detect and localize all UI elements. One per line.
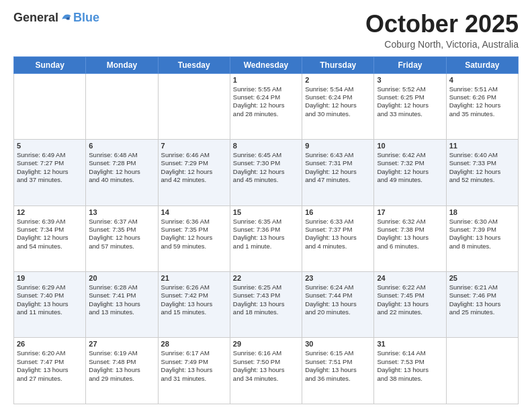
- table-row: 3Sunrise: 5:52 AMSunset: 6:25 PMDaylight…: [374, 73, 446, 139]
- day-info: Sunset: 7:33 PM: [449, 159, 515, 167]
- logo-general-text: General: [13, 11, 58, 25]
- day-info: Daylight: 13 hours: [233, 366, 299, 374]
- day-info: and 18 minutes.: [233, 308, 299, 316]
- day-number: 28: [161, 340, 227, 348]
- day-info: and 47 minutes.: [305, 176, 371, 184]
- day-info: Sunrise: 6:46 AM: [161, 151, 227, 159]
- table-row: 30Sunrise: 6:15 AMSunset: 7:51 PMDayligh…: [302, 338, 374, 404]
- day-info: and 11 minutes.: [17, 308, 83, 316]
- col-tuesday: Tuesday: [158, 56, 230, 73]
- location-subtitle: Coburg North, Victoria, Australia: [365, 39, 519, 50]
- table-row: 28Sunrise: 6:17 AMSunset: 7:49 PMDayligh…: [158, 338, 230, 404]
- day-info: Sunrise: 6:15 AM: [305, 349, 371, 357]
- table-row: 27Sunrise: 6:19 AMSunset: 7:48 PMDayligh…: [86, 338, 158, 404]
- day-info: Sunset: 7:35 PM: [161, 226, 227, 234]
- day-info: Sunrise: 6:19 AM: [89, 349, 154, 357]
- table-row: 26Sunrise: 6:20 AMSunset: 7:47 PMDayligh…: [14, 338, 86, 404]
- day-info: Sunrise: 6:42 AM: [377, 151, 443, 159]
- day-number: 25: [449, 274, 515, 282]
- day-info: Daylight: 13 hours: [305, 300, 371, 308]
- day-info: Sunrise: 6:20 AM: [17, 349, 83, 357]
- table-row: 11Sunrise: 6:40 AMSunset: 7:33 PMDayligh…: [446, 140, 518, 205]
- day-info: and 49 minutes.: [377, 176, 443, 184]
- day-info: Sunset: 7:37 PM: [305, 226, 371, 234]
- day-info: Sunrise: 6:29 AM: [17, 283, 83, 291]
- day-number: 8: [233, 142, 299, 150]
- day-number: 23: [305, 274, 371, 282]
- day-number: 9: [305, 142, 371, 150]
- day-info: Sunset: 7:30 PM: [233, 159, 299, 167]
- day-info: Daylight: 12 hours: [305, 101, 371, 109]
- day-info: Sunrise: 6:37 AM: [89, 218, 154, 226]
- table-row: 7Sunrise: 6:46 AMSunset: 7:29 PMDaylight…: [158, 140, 230, 205]
- day-info: Sunset: 7:42 PM: [161, 291, 227, 300]
- day-info: and 30 minutes.: [305, 110, 371, 118]
- table-row: 18Sunrise: 6:30 AMSunset: 7:39 PMDayligh…: [446, 205, 518, 271]
- day-info: Daylight: 12 hours: [449, 168, 515, 176]
- day-info: Sunset: 7:49 PM: [161, 358, 227, 366]
- day-info: Daylight: 12 hours: [233, 101, 299, 109]
- day-info: Sunrise: 6:33 AM: [305, 218, 371, 226]
- table-row: 8Sunrise: 6:45 AMSunset: 7:30 PMDaylight…: [230, 140, 302, 205]
- col-sunday: Sunday: [14, 56, 86, 73]
- day-info: Daylight: 12 hours: [161, 168, 227, 176]
- table-row: 29Sunrise: 6:16 AMSunset: 7:50 PMDayligh…: [230, 338, 302, 404]
- day-info: Sunset: 7:43 PM: [233, 291, 299, 300]
- day-info: Sunrise: 5:51 AM: [449, 85, 515, 93]
- page: General Blue October 2025 Coburg North, …: [0, 0, 532, 411]
- day-info: Daylight: 12 hours: [17, 168, 83, 176]
- day-number: 26: [17, 340, 83, 348]
- day-info: Sunrise: 6:43 AM: [305, 151, 371, 159]
- table-row: 17Sunrise: 6:32 AMSunset: 7:38 PMDayligh…: [374, 205, 446, 271]
- day-info: Sunset: 7:35 PM: [89, 226, 154, 234]
- day-info: Daylight: 13 hours: [89, 366, 154, 374]
- day-info: Daylight: 13 hours: [449, 234, 515, 242]
- day-info: Daylight: 13 hours: [377, 234, 443, 242]
- col-monday: Monday: [86, 56, 158, 73]
- day-number: 2: [305, 76, 371, 84]
- table-row: 2Sunrise: 5:54 AMSunset: 6:24 PMDaylight…: [302, 73, 374, 139]
- table-row: 23Sunrise: 6:24 AMSunset: 7:44 PMDayligh…: [302, 272, 374, 338]
- calendar-table: Sunday Monday Tuesday Wednesday Thursday…: [13, 56, 519, 404]
- day-info: Sunset: 7:48 PM: [89, 358, 154, 366]
- day-info: and 25 minutes.: [449, 308, 515, 316]
- table-row: [14, 73, 86, 139]
- day-info: Sunrise: 6:32 AM: [377, 218, 443, 226]
- table-row: 6Sunrise: 6:48 AMSunset: 7:28 PMDaylight…: [86, 140, 158, 205]
- table-row: 13Sunrise: 6:37 AMSunset: 7:35 PMDayligh…: [86, 205, 158, 271]
- day-number: 15: [233, 208, 299, 216]
- day-info: Sunset: 7:31 PM: [305, 159, 371, 167]
- day-info: Sunrise: 6:17 AM: [161, 349, 227, 357]
- day-info: and 4 minutes.: [305, 242, 371, 250]
- day-info: and 35 minutes.: [449, 110, 515, 118]
- table-row: 21Sunrise: 6:26 AMSunset: 7:42 PMDayligh…: [158, 272, 230, 338]
- day-info: and 52 minutes.: [449, 176, 515, 184]
- table-row: 5Sunrise: 6:49 AMSunset: 7:27 PMDaylight…: [14, 140, 86, 205]
- day-info: Daylight: 12 hours: [233, 168, 299, 176]
- day-info: Daylight: 12 hours: [89, 168, 154, 176]
- day-info: and 28 minutes.: [233, 110, 299, 118]
- day-info: Daylight: 13 hours: [17, 300, 83, 308]
- day-info: and 6 minutes.: [377, 242, 443, 250]
- day-info: Daylight: 13 hours: [89, 300, 154, 308]
- day-number: 14: [161, 208, 227, 216]
- day-number: 29: [233, 340, 299, 348]
- day-info: and 37 minutes.: [17, 176, 83, 184]
- table-row: 20Sunrise: 6:28 AMSunset: 7:41 PMDayligh…: [86, 272, 158, 338]
- day-info: Sunrise: 6:39 AM: [17, 218, 83, 226]
- day-info: Sunset: 7:36 PM: [233, 226, 299, 234]
- day-info: Sunrise: 6:36 AM: [161, 218, 227, 226]
- day-number: 30: [305, 340, 371, 348]
- day-number: 5: [17, 142, 83, 150]
- day-info: Daylight: 13 hours: [449, 300, 515, 308]
- day-info: and 15 minutes.: [161, 308, 227, 316]
- day-info: Sunset: 7:28 PM: [89, 159, 154, 167]
- day-info: and 42 minutes.: [161, 176, 227, 184]
- day-number: 1: [233, 76, 299, 84]
- day-info: and 38 minutes.: [377, 375, 443, 383]
- calendar-header-row: Sunday Monday Tuesday Wednesday Thursday…: [14, 56, 519, 73]
- day-info: Sunset: 7:44 PM: [305, 291, 371, 300]
- day-info: Sunrise: 6:21 AM: [449, 283, 515, 291]
- day-info: Daylight: 12 hours: [17, 234, 83, 242]
- day-info: Daylight: 13 hours: [377, 366, 443, 374]
